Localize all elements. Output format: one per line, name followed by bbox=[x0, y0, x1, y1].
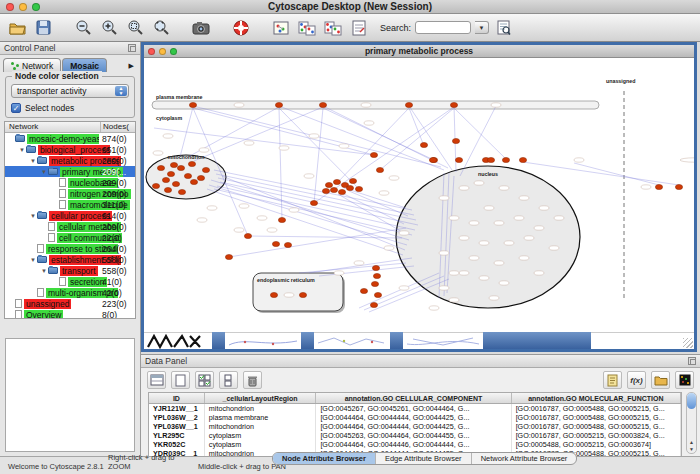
network-node[interactable] bbox=[487, 157, 494, 162]
tab-node-attribute-browser[interactable]: Node Attribute Browser bbox=[273, 453, 376, 464]
network-node[interactable] bbox=[225, 254, 232, 259]
node-label-oval[interactable] bbox=[469, 256, 479, 260]
network-node[interactable] bbox=[376, 167, 383, 172]
layout-network-b-icon[interactable] bbox=[322, 17, 344, 39]
snapshot-camera-icon[interactable] bbox=[190, 17, 212, 39]
network-edge[interactable] bbox=[194, 107, 323, 161]
tab-network-attribute-browser[interactable]: Network Attribute Browser bbox=[472, 453, 577, 464]
network-node[interactable] bbox=[170, 162, 177, 167]
node-color-dropdown[interactable]: transporter activity ▲▼ bbox=[11, 84, 129, 98]
node-label-oval[interactable] bbox=[491, 103, 501, 107]
network-node[interactable] bbox=[299, 292, 306, 297]
node-label-oval[interactable] bbox=[339, 144, 349, 148]
tree-expander-icon[interactable]: ▼ bbox=[40, 169, 48, 175]
node-label-oval[interactable] bbox=[354, 261, 364, 265]
node-label-oval[interactable] bbox=[459, 271, 469, 275]
network-node[interactable] bbox=[162, 177, 169, 182]
network-node[interactable] bbox=[372, 265, 379, 270]
node-label-oval[interactable] bbox=[534, 226, 544, 230]
scrollbar-thumb[interactable] bbox=[687, 393, 696, 409]
network-node[interactable] bbox=[178, 189, 185, 194]
node-label-oval[interactable] bbox=[549, 246, 559, 250]
network-node[interactable] bbox=[325, 182, 332, 187]
network-edge[interactable] bbox=[574, 163, 659, 185]
delete-attribute-trash-icon[interactable] bbox=[243, 371, 262, 389]
new-attribute-icon[interactable] bbox=[171, 371, 190, 389]
tree-row[interactable]: unassigned223(0) bbox=[5, 298, 135, 309]
tab-edge-attribute-browser[interactable]: Edge Attribute Browser bbox=[376, 453, 472, 464]
network-node[interactable] bbox=[349, 178, 356, 183]
network-node[interactable] bbox=[272, 241, 279, 246]
node-label-oval[interactable] bbox=[514, 216, 524, 220]
network-node[interactable] bbox=[519, 157, 526, 162]
node-label-oval[interactable] bbox=[439, 251, 449, 255]
node-label-oval[interactable] bbox=[384, 246, 394, 250]
resize-grip-icon[interactable] bbox=[683, 338, 693, 348]
node-label-oval[interactable] bbox=[207, 206, 217, 210]
formula-icon[interactable]: f(x) bbox=[627, 371, 646, 389]
table-row[interactable]: YPL036W__2plasma membrane[GO:0044464, GO… bbox=[149, 413, 681, 422]
tree-row[interactable]: mosaic-demo-yeast874(0) bbox=[5, 133, 135, 144]
network-canvas[interactable]: plasma membranecytoplasmmitochondrionnuc… bbox=[144, 58, 694, 332]
tab-scroll-right-icon[interactable]: ▶ bbox=[129, 62, 137, 72]
tab-network[interactable]: Network bbox=[3, 58, 61, 72]
network-node[interactable] bbox=[452, 138, 459, 143]
scrollbar-arrows[interactable]: ▲▼ bbox=[687, 439, 696, 453]
node-label-oval[interactable] bbox=[439, 286, 449, 290]
network-node[interactable] bbox=[450, 102, 457, 107]
float-panel-icon[interactable] bbox=[128, 44, 136, 52]
node-label-oval[interactable] bbox=[289, 208, 299, 212]
matrix-view-icon[interactable] bbox=[675, 371, 694, 389]
network-node[interactable] bbox=[184, 173, 191, 178]
network-node[interactable] bbox=[197, 175, 204, 180]
tree-row[interactable]: nitrogen compo209(0) bbox=[5, 188, 135, 199]
node-label-oval[interactable] bbox=[499, 186, 509, 190]
tree-row[interactable]: ▼biological_process651(0) bbox=[5, 144, 135, 155]
zoom-fit-icon[interactable] bbox=[150, 17, 172, 39]
float-data-panel-icon[interactable] bbox=[688, 357, 696, 365]
network-edge[interactable] bbox=[222, 176, 405, 250]
tree-row[interactable]: secretion41(0) bbox=[5, 276, 135, 287]
network-node[interactable] bbox=[202, 167, 209, 172]
network-node[interactable] bbox=[429, 157, 436, 162]
tree-row[interactable]: ▼metabolic process280(0) bbox=[5, 155, 135, 166]
network-window-titlebar[interactable]: primary metabolic process bbox=[144, 45, 694, 58]
node-label-oval[interactable] bbox=[449, 216, 459, 220]
network-node[interactable] bbox=[330, 187, 337, 192]
unselect-attributes-icon[interactable] bbox=[219, 371, 238, 389]
table-row[interactable]: YKR052Ccytoplasm[GO:0044464, GO:0044446,… bbox=[149, 440, 681, 449]
network-edge[interactable] bbox=[218, 178, 416, 220]
node-label-oval[interactable] bbox=[519, 196, 529, 200]
column-header[interactable]: annotation.GO CELLULAR_COMPONENT bbox=[316, 393, 511, 403]
table-row[interactable]: YLR295Ccytoplasm[GO:0045263, GO:0044464,… bbox=[149, 431, 681, 440]
node-label-oval[interactable] bbox=[469, 221, 479, 225]
network-node[interactable] bbox=[157, 165, 164, 170]
node-label-oval[interactable] bbox=[449, 271, 459, 275]
node-label-oval[interactable] bbox=[534, 271, 544, 275]
save-icon[interactable] bbox=[32, 17, 54, 39]
tab-mosaic[interactable]: Mosaic bbox=[62, 58, 107, 72]
node-label-oval[interactable] bbox=[504, 241, 514, 245]
network-node[interactable] bbox=[346, 185, 353, 190]
select-attributes-icon[interactable] bbox=[195, 371, 214, 389]
tree-row[interactable]: ▼cellular process614(0) bbox=[5, 210, 135, 221]
network-node[interactable] bbox=[420, 142, 427, 147]
network-node[interactable] bbox=[675, 184, 682, 189]
birdseye-view-panel[interactable] bbox=[5, 338, 135, 452]
node-label-oval[interactable] bbox=[153, 151, 163, 155]
node-label-oval[interactable] bbox=[539, 206, 549, 210]
table-row[interactable]: YJR121W__1mitochondrion[GO:0045267, GO:0… bbox=[149, 404, 681, 413]
tree-row[interactable]: multi-organism pro42(0) bbox=[5, 287, 135, 298]
background-window-1[interactable] bbox=[144, 332, 212, 349]
node-label-oval[interactable] bbox=[234, 103, 244, 107]
import-attributes-folder-icon[interactable] bbox=[651, 371, 670, 389]
node-label-oval[interactable] bbox=[399, 231, 409, 235]
node-label-oval[interactable] bbox=[439, 196, 449, 200]
network-node[interactable] bbox=[373, 273, 380, 278]
node-label-oval[interactable] bbox=[379, 191, 389, 195]
node-label-oval[interactable] bbox=[284, 293, 294, 297]
node-label-oval[interactable] bbox=[459, 236, 469, 240]
network-node[interactable] bbox=[188, 161, 195, 166]
node-label-oval[interactable] bbox=[494, 221, 504, 225]
background-window-5[interactable] bbox=[591, 332, 694, 349]
